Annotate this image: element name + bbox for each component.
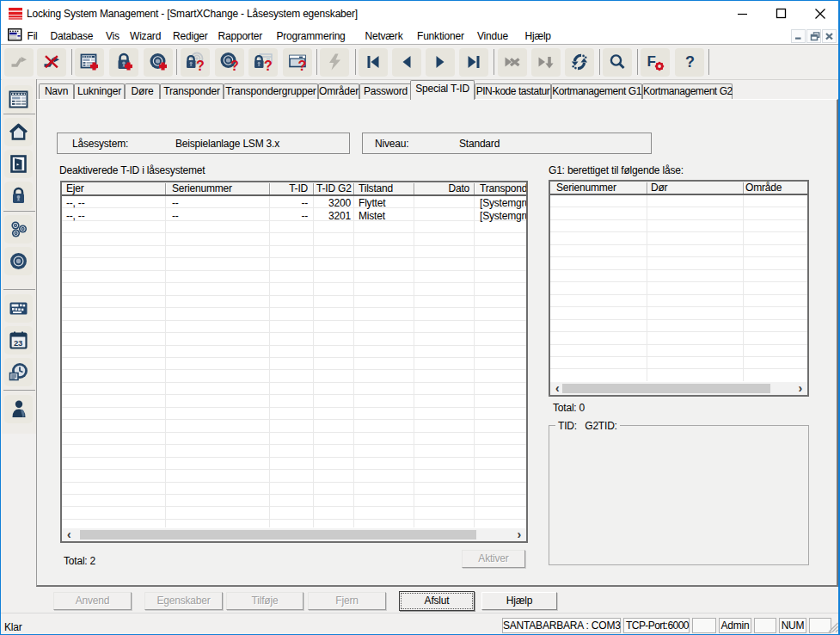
svg-text:?: ? [685,53,695,71]
svg-text:?: ? [230,59,239,73]
svg-text:?: ? [297,59,306,72]
svg-text:?: ? [196,59,205,73]
svg-text:?: ? [264,59,273,73]
svg-text:F: F [647,53,656,70]
svg-text:23: 23 [14,338,22,348]
